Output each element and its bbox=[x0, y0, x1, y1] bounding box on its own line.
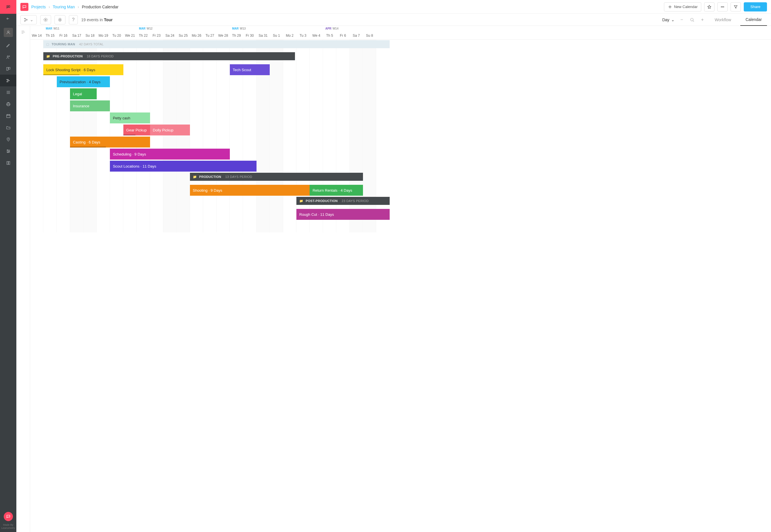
day-column bbox=[203, 40, 216, 232]
logo[interactable] bbox=[0, 0, 16, 14]
day-header: Mo 2 bbox=[283, 26, 296, 39]
back-icon[interactable] bbox=[0, 14, 16, 26]
zoom-reset-button[interactable] bbox=[689, 18, 695, 22]
event-bar[interactable]: Tech Scout bbox=[230, 64, 270, 75]
chevron-right-icon: › bbox=[78, 5, 79, 9]
event-bar[interactable]: Scheduling · 9 Days bbox=[110, 149, 230, 160]
toolbar: ⌄ ? 19 events in Tour Day ⌄ − + Workflow… bbox=[16, 14, 771, 26]
svg-point-1 bbox=[7, 56, 8, 57]
breadcrumb-current: Production Calendar bbox=[82, 5, 119, 9]
svg-rect-6 bbox=[7, 114, 10, 118]
event-bar[interactable]: Gear Pickup bbox=[123, 125, 150, 135]
summary-bar[interactable]: ▢TOURING MAN42 DAYS TOTAL bbox=[43, 40, 389, 48]
star-button[interactable] bbox=[704, 2, 714, 11]
chevron-down-icon: ⌄ bbox=[671, 18, 675, 22]
week-label: MARW12 bbox=[139, 27, 152, 30]
event-bar[interactable]: Casting · 6 Days bbox=[70, 137, 150, 147]
people-icon[interactable] bbox=[0, 51, 16, 63]
breadcrumb-project[interactable]: Touring Man bbox=[53, 5, 75, 9]
event-bar[interactable]: Previsualization · 4 Days bbox=[57, 76, 110, 87]
day-column bbox=[283, 40, 296, 232]
day-column bbox=[176, 40, 190, 232]
day-header: We 21 bbox=[123, 26, 137, 39]
breadcrumb-projects[interactable]: Projects bbox=[31, 5, 46, 9]
phase-bar[interactable]: 📁PRODUCTION13 DAYS PERIOD bbox=[190, 173, 363, 181]
event-bar[interactable]: Lock Shooting Script · 6 Days bbox=[43, 64, 123, 75]
new-calendar-label: New Calendar bbox=[674, 5, 698, 9]
chat-icon[interactable] bbox=[4, 512, 13, 521]
avatar[interactable] bbox=[4, 28, 13, 37]
tab-calendar[interactable]: Calendar bbox=[740, 14, 767, 26]
row-toggle-gutter[interactable] bbox=[16, 26, 30, 532]
zoom-in-button[interactable]: + bbox=[699, 17, 706, 22]
help-button[interactable]: ? bbox=[69, 15, 78, 24]
day-column bbox=[163, 40, 176, 232]
event-bar[interactable]: Rough Cut · 11 Days bbox=[296, 209, 390, 220]
day-header: Su 18 bbox=[83, 26, 97, 39]
aperture-icon[interactable] bbox=[0, 98, 16, 110]
day-column bbox=[123, 40, 137, 232]
day-header: Tu 20 bbox=[110, 26, 123, 39]
day-column bbox=[190, 40, 203, 232]
timeline[interactable]: MARW11MARW12MARW13APRW14We 14Th 15Fr 16S… bbox=[30, 26, 771, 532]
list-icon[interactable] bbox=[0, 86, 16, 98]
svg-point-7 bbox=[8, 138, 9, 139]
event-bar[interactable]: Dolly Pickup bbox=[150, 125, 190, 135]
more-button[interactable] bbox=[717, 2, 728, 11]
svg-point-5 bbox=[7, 102, 10, 106]
svg-point-12 bbox=[722, 7, 723, 7]
day-header: We 28 bbox=[216, 26, 230, 39]
event-bar[interactable]: Return Rentals · 4 Days bbox=[310, 185, 363, 196]
edit-icon[interactable] bbox=[0, 39, 16, 51]
left-rail: Made ByLeanometry bbox=[0, 0, 16, 532]
svg-point-2 bbox=[9, 56, 10, 57]
events-count-label: 19 events in Tour bbox=[81, 18, 112, 22]
svg-point-9 bbox=[9, 151, 9, 152]
share-button[interactable]: Share bbox=[744, 2, 767, 11]
sliders-icon[interactable] bbox=[0, 145, 16, 157]
svg-point-11 bbox=[721, 7, 722, 7]
phase-bar[interactable]: 📁PRE-PRODUCTION18 DAYS PERIOD bbox=[43, 52, 295, 60]
day-header: We 4 bbox=[310, 26, 323, 39]
week-label: MARW11 bbox=[46, 27, 59, 30]
day-header: Tu 27 bbox=[203, 26, 216, 39]
settings-button[interactable] bbox=[40, 15, 51, 24]
board-icon[interactable] bbox=[0, 63, 16, 75]
gantt-body: ▢TOURING MAN42 DAYS TOTAL📁PRE-PRODUCTION… bbox=[30, 40, 771, 232]
day-header: Tu 3 bbox=[296, 26, 310, 39]
breadcrumb: Projects › Touring Man › Production Cale… bbox=[31, 5, 119, 9]
svg-point-0 bbox=[7, 31, 9, 32]
tab-workflow[interactable]: Workflow bbox=[710, 14, 736, 26]
collapse-button[interactable] bbox=[55, 15, 65, 24]
svg-rect-4 bbox=[8, 67, 10, 69]
chevron-right-icon: › bbox=[48, 5, 50, 9]
day-header: Su 1 bbox=[270, 26, 283, 39]
day-header: Sa 7 bbox=[349, 26, 363, 39]
location-icon[interactable] bbox=[0, 133, 16, 145]
event-bar[interactable]: Scout Locations · 11 Days bbox=[110, 161, 256, 172]
day-column bbox=[217, 40, 230, 232]
day-header: Sa 24 bbox=[163, 26, 176, 39]
folder-icon[interactable] bbox=[0, 122, 16, 133]
day-column bbox=[137, 40, 150, 232]
hierarchy-button[interactable]: ⌄ bbox=[20, 15, 37, 24]
timeline-icon[interactable] bbox=[0, 75, 16, 86]
week-label: MARW13 bbox=[232, 27, 246, 30]
svg-point-8 bbox=[7, 149, 8, 150]
event-bar[interactable]: Legal bbox=[70, 88, 97, 99]
book-icon[interactable] bbox=[0, 157, 16, 169]
event-bar[interactable]: Shooting · 9 Days bbox=[190, 185, 310, 196]
project-icon[interactable] bbox=[20, 3, 28, 11]
zoom-out-button[interactable]: − bbox=[679, 17, 685, 22]
day-selector[interactable]: Day ⌄ bbox=[662, 18, 675, 22]
day-column bbox=[30, 40, 43, 232]
day-header: We 14 bbox=[30, 26, 43, 39]
svg-point-10 bbox=[7, 152, 8, 153]
phase-bar[interactable]: 📁POST-PRODUCTION23 DAYS PERIOD bbox=[296, 197, 390, 205]
event-bar[interactable]: Insurance bbox=[70, 100, 110, 111]
new-calendar-button[interactable]: New Calendar bbox=[664, 2, 701, 11]
event-bar[interactable]: Petty cash bbox=[110, 112, 150, 123]
calendar-icon[interactable] bbox=[0, 110, 16, 122]
filter-button[interactable] bbox=[731, 2, 741, 11]
svg-rect-3 bbox=[7, 67, 8, 70]
